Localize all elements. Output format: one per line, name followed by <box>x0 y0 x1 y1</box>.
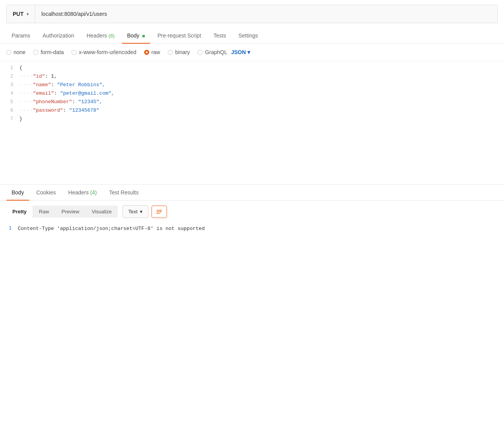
code-line-3: 3 ····"name": "Peter Robbins", <box>0 81 504 90</box>
body-type-formdata[interactable]: form-data <box>33 49 64 55</box>
response-tabs: Body Cookies Headers (4) Test Results <box>0 185 504 201</box>
view-preview-btn[interactable]: Preview <box>55 206 85 218</box>
code-line-2: 2 ····"id": 1, <box>0 73 504 81</box>
resp-line-num-1: 1 <box>6 226 18 231</box>
line-content-6: ····"password": "12345678" <box>19 107 504 113</box>
radio-formdata <box>33 50 38 55</box>
response-tab-body[interactable]: Body <box>6 185 29 200</box>
response-line-1: 1 Content-Type 'application/json;charset… <box>6 226 498 234</box>
tab-tests[interactable]: Tests <box>208 28 232 43</box>
tab-params[interactable]: Params <box>6 28 36 43</box>
body-type-none[interactable]: none <box>6 49 26 55</box>
radio-raw <box>144 50 149 55</box>
text-label: Text <box>128 209 138 214</box>
line-content-4: ····"email": "peter@gmail.com", <box>19 90 504 96</box>
view-visualize-btn[interactable]: Visualize <box>85 206 118 218</box>
tab-body[interactable]: Body <box>122 28 151 43</box>
line-num-4: 4 <box>0 90 19 96</box>
tab-authorization[interactable]: Authorization <box>37 28 80 43</box>
response-tab-testresults[interactable]: Test Results <box>104 185 144 200</box>
view-pretty-btn[interactable]: Pretty <box>6 206 33 218</box>
resp-line-content-1: Content-Type 'application/json;charset=U… <box>18 226 205 232</box>
response-toolbar: Pretty Raw Preview Visualize Text ▾ <box>0 201 504 223</box>
body-type-raw[interactable]: raw <box>144 49 160 55</box>
code-line-7: 7 } <box>0 115 504 124</box>
body-type-graphql[interactable]: GraphQL <box>198 49 227 55</box>
method-label: PUT <box>13 11 24 17</box>
radio-urlencoded <box>72 50 77 55</box>
radio-graphql <box>198 50 203 55</box>
line-num-7: 7 <box>0 116 19 122</box>
tab-headers[interactable]: Headers (8) <box>81 28 120 43</box>
request-body-editor[interactable]: 1 { 2 ····"id": 1, 3 ····"name": "Peter … <box>0 61 504 185</box>
line-num-1: 1 <box>0 65 19 71</box>
code-line-6: 6 ····"password": "12345678" <box>0 107 504 115</box>
method-chevron: ▾ <box>27 12 29 16</box>
method-selector[interactable]: PUT ▾ <box>7 5 35 23</box>
line-content-2: ····"id": 1, <box>19 73 504 79</box>
response-tab-headers[interactable]: Headers (4) <box>63 185 102 200</box>
view-raw-btn[interactable]: Raw <box>33 206 55 218</box>
tab-prerequest[interactable]: Pre-request Script <box>152 28 206 43</box>
url-bar: PUT ▾ <box>6 5 498 23</box>
text-type-dropdown[interactable]: Text ▾ <box>123 205 148 218</box>
tab-settings[interactable]: Settings <box>233 28 264 43</box>
line-num-6: 6 <box>0 107 19 113</box>
code-line-5: 5 ····"phoneNumber": "12345", <box>0 98 504 107</box>
body-type-urlencoded[interactable]: x-www-form-urlencoded <box>72 49 136 55</box>
headers-badge: (8) <box>109 33 115 39</box>
line-content-7: } <box>19 116 504 122</box>
json-type-dropdown[interactable]: JSON ▾ <box>231 49 250 55</box>
body-types: none form-data x-www-form-urlencoded raw… <box>0 44 504 61</box>
wrap-button[interactable] <box>152 206 167 218</box>
line-num-5: 5 <box>0 99 19 105</box>
line-content-3: ····"name": "Peter Robbins", <box>19 82 504 88</box>
body-dot <box>142 35 145 37</box>
code-line-4: 4 ····"email": "peter@gmail.com", <box>0 90 504 98</box>
top-tabs: Params Authorization Headers (8) Body Pr… <box>0 28 504 44</box>
response-body-content: 1 Content-Type 'application/json;charset… <box>0 223 504 237</box>
line-num-3: 3 <box>0 82 19 88</box>
code-line-1: 1 { <box>0 64 504 73</box>
wrap-icon <box>156 208 163 215</box>
line-content-5: ····"phoneNumber": "12345", <box>19 99 504 105</box>
text-chevron: ▾ <box>140 209 143 214</box>
response-tab-cookies[interactable]: Cookies <box>31 185 61 200</box>
resp-headers-badge: (4) <box>90 189 97 196</box>
radio-none <box>6 50 11 55</box>
line-num-2: 2 <box>0 73 19 79</box>
line-content-1: { <box>19 65 504 71</box>
response-section: Body Cookies Headers (4) Test Results Pr… <box>0 185 504 240</box>
body-type-binary[interactable]: binary <box>168 49 190 55</box>
view-btn-group: Pretty Raw Preview Visualize <box>6 206 118 218</box>
url-input[interactable] <box>35 11 497 17</box>
radio-binary <box>168 50 173 55</box>
